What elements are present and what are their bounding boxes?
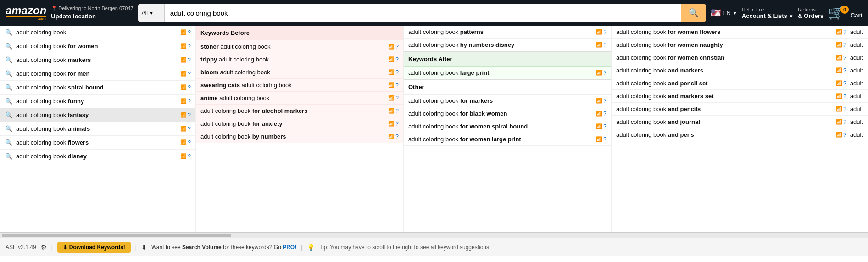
question-mark[interactable]: ?: [395, 121, 399, 127]
list-item[interactable]: adult coloring book for anxiety 📶 ?: [196, 117, 403, 130]
list-item[interactable]: adult coloring book for women naughty 📶 …: [612, 39, 868, 51]
amazon-logo[interactable]: amazon .com: [6, 5, 46, 21]
list-item[interactable]: adult coloring book for black women 📶 ?: [404, 107, 611, 120]
list-item[interactable]: 🔍 adult coloring book markers 📶 ?: [0, 53, 195, 67]
list-item[interactable]: stoner adult coloring book 📶 ?: [196, 40, 403, 53]
deliver-label: Delivering to North Bergen 07047: [58, 5, 133, 12]
list-item[interactable]: 🔍 adult coloring book fantasy 📶 ?: [0, 108, 195, 122]
list-item[interactable]: adult coloring book large print 📶 ?: [404, 67, 611, 79]
question-mark[interactable]: ?: [395, 82, 399, 89]
horizontal-scrollbar[interactable]: [0, 232, 868, 238]
category-label: All: [142, 10, 148, 16]
list-item[interactable]: anime adult coloring book 📶 ?: [196, 92, 403, 105]
trend-icon: 📶: [836, 42, 842, 48]
cart-widget[interactable]: 🛒 0 Cart: [828, 6, 862, 19]
list-item[interactable]: adult coloring book for women christian …: [612, 51, 868, 64]
question-mark[interactable]: ?: [603, 42, 606, 48]
language-selector[interactable]: 🇺🇸 EN ▼: [711, 8, 737, 18]
question-mark[interactable]: ?: [188, 98, 191, 105]
list-item[interactable]: adult coloring book and markers set 📶 ? …: [612, 90, 868, 103]
list-item[interactable]: swearing cats adult coloring book 📶 ?: [196, 79, 403, 92]
question-mark[interactable]: ?: [843, 29, 846, 35]
middle-right-col: adult coloring book patterns 📶 ? adult c…: [404, 26, 612, 232]
question-mark[interactable]: ?: [188, 57, 191, 63]
flag-icon: 🇺🇸: [711, 8, 721, 18]
list-item[interactable]: adult coloring book and markers 📶 ? adul…: [612, 64, 868, 77]
list-item[interactable]: 🔍 adult coloring book flowers 📶 ?: [0, 136, 195, 150]
list-item[interactable]: adult coloring book and journal 📶 ? adul…: [612, 116, 868, 128]
question-mark[interactable]: ?: [188, 126, 191, 132]
list-item[interactable]: adult coloring book for markers 📶 ?: [404, 95, 611, 107]
question-mark[interactable]: ?: [843, 80, 846, 87]
question-mark[interactable]: ?: [603, 136, 606, 143]
question-mark[interactable]: ?: [395, 56, 399, 63]
question-mark[interactable]: ?: [395, 134, 399, 140]
question-mark[interactable]: ?: [395, 95, 399, 101]
list-item[interactable]: bloom adult coloring book 📶 ?: [196, 66, 403, 79]
list-item[interactable]: adult coloring book and pens 📶 ? adult: [612, 128, 868, 141]
list-item[interactable]: adult coloring book for women flowers 📶 …: [612, 26, 868, 39]
list-item[interactable]: 🔍 adult coloring book animals 📶 ?: [0, 122, 195, 136]
bottom-bar: ASE v2.1.49 ⚙ | ⬇ Download Keywords! | ⬇…: [0, 238, 868, 256]
returns-orders[interactable]: Returns & Orders: [798, 7, 823, 19]
overflow-text: adult: [850, 93, 863, 100]
question-mark[interactable]: ?: [843, 55, 846, 61]
question-mark[interactable]: ?: [843, 67, 846, 74]
list-item[interactable]: adult coloring book for alcohol markers …: [196, 105, 403, 117]
search-category-select[interactable]: All ▼: [138, 4, 165, 22]
list-item[interactable]: 🔍 adult coloring book for men 📶 ?: [0, 67, 195, 81]
question-mark[interactable]: ?: [843, 93, 846, 100]
gear-icon[interactable]: ⚙: [41, 244, 47, 251]
search-input[interactable]: [165, 4, 681, 22]
suggestion-text: trippy adult coloring book: [200, 56, 388, 63]
question-mark[interactable]: ?: [188, 29, 191, 36]
update-location-link[interactable]: Update location: [51, 12, 133, 21]
question-mark[interactable]: ?: [188, 84, 191, 91]
trend-icon: 📶: [180, 43, 187, 49]
scroll-thumb[interactable]: [2, 234, 231, 237]
list-item[interactable]: 🔍 adult coloring book spiral bound 📶 ?: [0, 81, 195, 95]
download-keywords-button[interactable]: ⬇ Download Keywords!: [57, 242, 131, 253]
question-mark[interactable]: ?: [188, 71, 191, 77]
question-mark[interactable]: ?: [603, 29, 606, 35]
pro-text: Want to see Search Volume for these keyw…: [151, 244, 296, 251]
list-item[interactable]: adult coloring book patterns 📶 ?: [404, 26, 611, 39]
question-mark[interactable]: ?: [188, 153, 191, 160]
list-item[interactable]: 🔍 adult coloring book 📶 ?: [0, 26, 195, 39]
list-item[interactable]: 🔍 adult coloring book disney 📶 ?: [0, 150, 195, 163]
suggestion-text: adult coloring book and journal: [616, 118, 836, 125]
question-mark[interactable]: ?: [843, 132, 846, 138]
search-icon: 🔍: [5, 56, 12, 63]
question-mark[interactable]: ?: [603, 98, 606, 104]
list-item[interactable]: trippy adult coloring book 📶 ?: [196, 53, 403, 66]
list-item[interactable]: adult coloring book by numbers disney 📶 …: [404, 39, 611, 51]
list-item[interactable]: adult coloring book for women spiral bou…: [404, 120, 611, 133]
pro-cta[interactable]: PRO!: [283, 244, 296, 251]
question-mark[interactable]: ?: [603, 111, 606, 117]
list-item[interactable]: adult coloring book and pencils 📶 ? adul…: [612, 103, 868, 116]
search-button[interactable]: 🔍: [681, 4, 706, 22]
lang-chevron-icon: ▼: [733, 11, 737, 16]
question-mark[interactable]: ?: [188, 139, 191, 146]
list-item[interactable]: 🔍 adult coloring book for women 📶 ?: [0, 39, 195, 53]
list-item[interactable]: 🔍 adult coloring book funny 📶 ?: [0, 95, 195, 108]
trend-icon: 📶: [180, 153, 187, 159]
question-mark[interactable]: ?: [603, 70, 606, 76]
question-mark[interactable]: ?: [603, 123, 606, 130]
question-mark[interactable]: ?: [188, 112, 191, 118]
question-mark[interactable]: ?: [843, 119, 846, 125]
question-mark[interactable]: ?: [395, 69, 399, 76]
account-menu[interactable]: Hello, Loc Account & Lists ▼: [742, 7, 794, 19]
location-widget[interactable]: 📍 Delivering to North Bergen 07047 Updat…: [51, 5, 133, 21]
question-mark[interactable]: ?: [843, 106, 846, 112]
keywords-before-header: Keywords Before: [196, 26, 403, 40]
question-mark[interactable]: ?: [188, 43, 191, 50]
question-mark[interactable]: ?: [843, 42, 846, 48]
question-mark[interactable]: ?: [395, 44, 399, 50]
list-item[interactable]: adult coloring book by numbers 📶 ?: [196, 130, 403, 143]
list-item[interactable]: adult coloring book and pencil set 📶 ? a…: [612, 77, 868, 90]
download-icon-2: ⬇: [141, 244, 147, 251]
question-mark[interactable]: ?: [395, 108, 399, 114]
list-item[interactable]: adult coloring book for women large prin…: [404, 133, 611, 146]
returns-label: Returns: [798, 7, 823, 12]
